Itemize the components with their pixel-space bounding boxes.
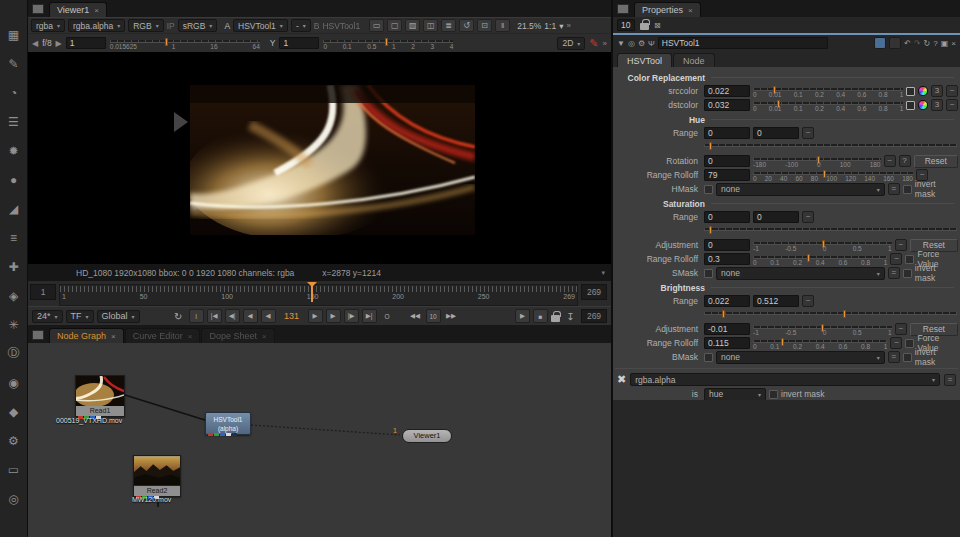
smask-checkbox[interactable] bbox=[704, 269, 713, 278]
go-to-end-button[interactable]: ▶| bbox=[362, 309, 377, 323]
clear-panels-icon[interactable]: ⊠ bbox=[654, 21, 661, 30]
panel-toggle-icon[interactable] bbox=[874, 37, 886, 49]
slider-marker-low[interactable] bbox=[722, 310, 725, 318]
hue-range-slider[interactable] bbox=[704, 141, 957, 153]
tab-node[interactable]: Node bbox=[673, 53, 715, 67]
wrench-icon[interactable]: Ψ bbox=[648, 39, 655, 48]
transform-icon[interactable]: ✚ bbox=[0, 252, 28, 281]
record-button[interactable]: ■ bbox=[533, 309, 548, 323]
multi-value-button[interactable]: 3 bbox=[931, 99, 943, 111]
step-forward-button[interactable]: ▶ bbox=[308, 309, 323, 323]
sat-range-b-input[interactable] bbox=[753, 211, 799, 223]
curve-icon[interactable]: ~ bbox=[895, 323, 907, 335]
3d-icon[interactable]: ◈ bbox=[0, 281, 28, 310]
float-panel-icon[interactable]: ▣ bbox=[941, 39, 949, 48]
overlay-icon[interactable]: ◫ bbox=[423, 19, 438, 32]
image-icon[interactable]: ▦ bbox=[0, 20, 28, 49]
color-wheel-icon[interactable] bbox=[918, 100, 928, 110]
curve-icon[interactable]: ~ bbox=[946, 85, 958, 97]
slider-marker[interactable] bbox=[709, 226, 712, 234]
sat-adjustment-slider[interactable]: -1-0.500.51 bbox=[753, 239, 892, 251]
srccolor-checkbox[interactable] bbox=[906, 87, 915, 96]
help-icon[interactable]: ? bbox=[933, 39, 937, 48]
tab-hsvtool[interactable]: HSVTool bbox=[617, 53, 672, 67]
channel-icon[interactable]: ☰ bbox=[0, 107, 28, 136]
output-is-select[interactable]: hue▾ bbox=[704, 388, 766, 401]
playhead[interactable] bbox=[311, 284, 313, 302]
hmask-select[interactable]: none▾ bbox=[716, 183, 885, 196]
next-keyframe-button[interactable]: |▶ bbox=[344, 309, 359, 323]
node-hsvtool1[interactable]: HSVTool1 (alpha) bbox=[205, 412, 251, 435]
hue-reset-button[interactable]: Reset bbox=[914, 155, 959, 168]
range-start-box[interactable]: 1 bbox=[30, 284, 56, 300]
tab-node-graph[interactable]: Node Graph × bbox=[49, 328, 124, 343]
dstcolor-input[interactable] bbox=[704, 99, 750, 111]
curve-icon[interactable]: ~ bbox=[890, 253, 902, 265]
bright-adjustment-input[interactable] bbox=[704, 323, 750, 335]
pane-menu-icon[interactable] bbox=[32, 330, 44, 340]
close-icon[interactable]: × bbox=[188, 332, 193, 341]
color-wheel-icon[interactable] bbox=[918, 86, 928, 96]
sat-range-slider[interactable] bbox=[704, 225, 957, 237]
link-icon[interactable]: = bbox=[888, 183, 900, 195]
tab-dope-sheet[interactable]: Dope Sheet × bbox=[201, 328, 274, 343]
gain-input[interactable] bbox=[66, 37, 106, 49]
bright-range-slider[interactable] bbox=[704, 309, 957, 321]
frame-increment[interactable]: 10 bbox=[426, 309, 441, 323]
more-chevrons-icon[interactable]: » bbox=[566, 21, 570, 30]
node-name-field[interactable] bbox=[658, 37, 828, 49]
node-read2[interactable]: Read2 bbox=[133, 455, 181, 497]
current-frame[interactable]: 131 bbox=[279, 311, 305, 321]
tab-properties[interactable]: Properties × bbox=[634, 2, 701, 17]
hue-rolloff-slider[interactable]: 020406080100120140160180 bbox=[753, 169, 913, 181]
dstcolor-checkbox[interactable] bbox=[906, 101, 915, 110]
flipbook-button[interactable]: ▶ bbox=[515, 309, 530, 323]
bright-rolloff-slider[interactable]: 00.10.20.40.60.81 bbox=[753, 337, 887, 349]
particles-icon[interactable]: ✳ bbox=[0, 310, 28, 339]
curve-icon[interactable]: ~ bbox=[802, 295, 814, 307]
fps-select[interactable]: 24*▾ bbox=[32, 310, 63, 323]
nodegraph-canvas[interactable]: Read1 000519_VTXHD.mov HSVTool1 (alpha) … bbox=[28, 343, 611, 537]
curve-icon[interactable]: ~ bbox=[946, 99, 958, 111]
tab-viewer1[interactable]: Viewer1 × bbox=[49, 2, 107, 17]
smask-invert-checkbox[interactable] bbox=[903, 269, 912, 278]
smask-select[interactable]: none▾ bbox=[716, 267, 885, 280]
merge-icon[interactable]: ≡ bbox=[0, 223, 28, 252]
close-icon[interactable]: × bbox=[262, 332, 267, 341]
view-mode-select[interactable]: 2D▾ bbox=[557, 37, 585, 50]
range-toggle-button[interactable]: I bbox=[189, 309, 204, 323]
input-process-toggle[interactable]: IP bbox=[167, 21, 175, 31]
increment-icon[interactable]: ▶▶ bbox=[444, 309, 459, 323]
bmask-select[interactable]: none▾ bbox=[716, 351, 885, 364]
other-icon[interactable]: ⚙ bbox=[0, 426, 28, 455]
hue-rolloff-input[interactable] bbox=[704, 169, 750, 181]
sat-rolloff-input[interactable] bbox=[704, 253, 750, 265]
end-frame-box[interactable]: 269 bbox=[581, 309, 607, 323]
close-panel-icon[interactable]: × bbox=[951, 39, 956, 48]
curve-icon[interactable]: ~ bbox=[895, 239, 907, 251]
hmask-checkbox[interactable] bbox=[704, 185, 713, 194]
dstcolor-slider[interactable]: 00.010.10.20.40.60.81 bbox=[753, 99, 903, 111]
color-icon[interactable]: ✹ bbox=[0, 136, 28, 165]
hue-range-b-input[interactable] bbox=[753, 127, 799, 139]
close-icon[interactable]: × bbox=[688, 6, 693, 15]
step-back-button[interactable]: ◀ bbox=[261, 309, 276, 323]
wipe-mode-select[interactable]: -▾ bbox=[291, 19, 311, 32]
gamma-input[interactable] bbox=[279, 37, 319, 49]
close-icon[interactable]: × bbox=[111, 332, 116, 341]
output-channel-select[interactable]: rgba.alpha▾ bbox=[630, 373, 940, 386]
sat-adjustment-input[interactable] bbox=[704, 239, 750, 251]
time-icon[interactable]: ◔ bbox=[0, 78, 28, 107]
panel-toggle2-icon[interactable] bbox=[889, 37, 901, 49]
plugins-icon[interactable]: ◎ bbox=[0, 484, 28, 513]
gamma-slider[interactable]: 00.10.51234 bbox=[323, 37, 453, 49]
bmask-checkbox[interactable] bbox=[704, 353, 713, 362]
hue-range-a-input[interactable] bbox=[704, 127, 750, 139]
help-icon[interactable]: ? bbox=[899, 155, 911, 167]
play-forward-button[interactable]: ▶ bbox=[326, 309, 341, 323]
curve-icon[interactable]: ~ bbox=[802, 127, 814, 139]
chevron-down-icon[interactable]: ▾ bbox=[601, 269, 605, 277]
layer-select[interactable]: rgba▾ bbox=[31, 19, 65, 32]
format-icon[interactable]: ▢ bbox=[387, 19, 402, 32]
output-invert-checkbox[interactable] bbox=[769, 390, 778, 399]
